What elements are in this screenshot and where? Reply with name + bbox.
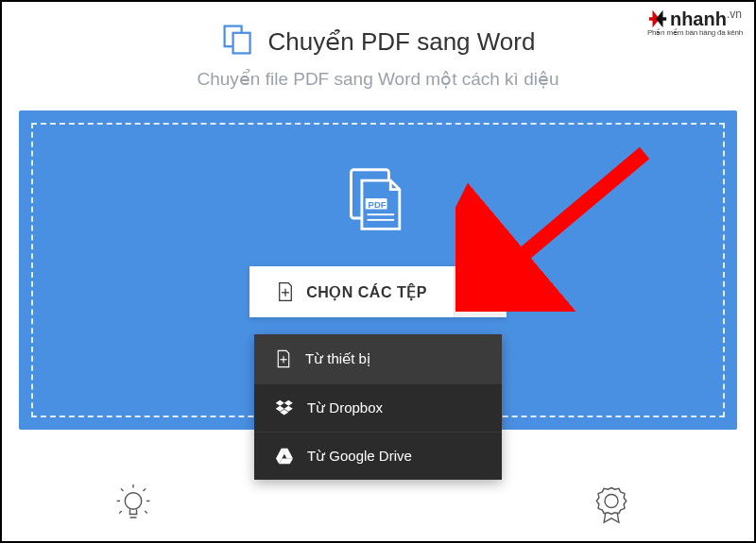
pdf-files-icon: PDF	[342, 164, 414, 240]
dropzone[interactable]: PDF CHỌN CÁC TỆP	[19, 110, 737, 430]
google-drive-icon	[275, 448, 294, 465]
award-badge-icon	[592, 484, 631, 524]
choose-files-group: CHỌN CÁC TỆP	[249, 266, 507, 317]
choose-files-button[interactable]: CHỌN CÁC TỆP	[249, 266, 454, 317]
menu-item-label: Từ Google Drive	[307, 448, 412, 465]
svg-text:PDF: PDF	[369, 199, 387, 210]
brand-name: nhanh.vn	[670, 8, 742, 30]
brand-tagline: Phần mềm bán hàng đa kênh	[647, 28, 743, 37]
choose-files-label: CHỌN CÁC TỆP	[306, 283, 427, 301]
brand-logo-block: nhanh.vn Phần mềm bán hàng đa kênh	[647, 8, 743, 37]
svg-line-19	[145, 511, 147, 514]
footer-feature-icons	[2, 484, 754, 535]
menu-item-label: Từ thiết bị	[305, 350, 370, 367]
source-menu: Từ thiết bị Từ Dropbox Từ Google Drive	[254, 334, 502, 480]
menu-item-dropbox[interactable]: Từ Dropbox	[254, 384, 502, 433]
svg-point-20	[605, 495, 618, 508]
svg-line-17	[144, 488, 146, 491]
svg-line-18	[119, 511, 122, 514]
dropbox-icon	[275, 399, 294, 416]
lightbulb-icon	[113, 484, 153, 524]
choose-files-expand-button[interactable]	[454, 266, 507, 317]
chevron-up-icon	[472, 284, 488, 299]
page-subtitle: Chuyển file PDF sang Word một cách kì di…	[2, 68, 754, 90]
svg-point-12	[125, 493, 142, 510]
menu-item-label: Từ Dropbox	[307, 399, 383, 416]
svg-rect-1	[232, 33, 249, 54]
add-file-icon	[276, 281, 295, 302]
svg-line-16	[121, 488, 124, 491]
device-file-icon	[275, 349, 292, 368]
brand-mark-icon	[647, 8, 668, 29]
page-title: Chuyển PDF sang Word	[268, 27, 536, 57]
convert-icon	[221, 23, 255, 60]
menu-item-device[interactable]: Từ thiết bị	[254, 334, 502, 384]
menu-item-google-drive[interactable]: Từ Google Drive	[254, 433, 502, 480]
page-header: Chuyển PDF sang Word Chuyển file PDF san…	[2, 2, 754, 90]
